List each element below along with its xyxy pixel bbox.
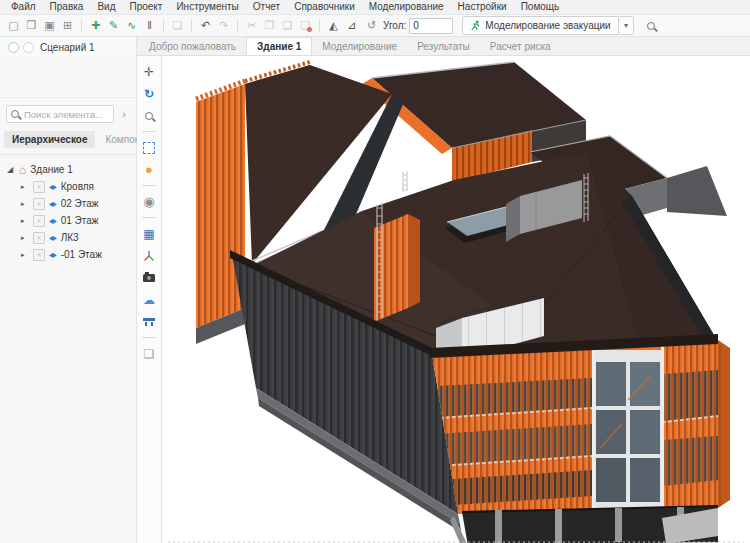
viewport-settings-icon[interactable]: ❏ <box>139 344 159 363</box>
menu-help[interactable]: Помощь <box>514 0 567 14</box>
tool-divider <box>142 337 156 338</box>
menu-project[interactable]: Проект <box>122 0 169 14</box>
visibility-checkbox[interactable]: ✕ <box>33 198 45 210</box>
scenario-status-icon[interactable] <box>8 42 19 53</box>
pan-icon[interactable]: ✛ <box>139 62 159 81</box>
tool-divider <box>142 131 156 132</box>
copy-icon[interactable]: ❐ <box>261 17 278 34</box>
zoom-icon[interactable] <box>139 106 159 125</box>
redo-icon[interactable]: ↷ <box>215 17 232 34</box>
scenario-label: Сценарий 1 <box>40 42 95 53</box>
menu-references[interactable]: Справочники <box>287 0 362 14</box>
scenario-row[interactable]: Сценарий 1 <box>0 37 136 57</box>
tree-item-floor-01[interactable]: ▸ ✕ ◆ 01 Этаж <box>0 212 136 229</box>
menu-report[interactable]: Отчет <box>246 0 287 14</box>
view-3d-icon[interactable]: ● <box>139 160 159 179</box>
run-button-label: Моделирование эвакуации <box>485 20 610 31</box>
search-input[interactable] <box>6 105 114 123</box>
floor-icon: ◆ <box>49 217 57 224</box>
menu-settings[interactable]: Настройки <box>451 0 514 14</box>
floor-icon: ◆ <box>49 183 57 190</box>
furniture-icon[interactable] <box>139 312 159 331</box>
tab-risk-calc[interactable]: Расчет риска <box>480 38 561 55</box>
run-options-caret[interactable]: ▾ <box>620 16 634 35</box>
smoke-layer-icon[interactable]: ☁ <box>139 290 159 309</box>
menu-edit[interactable]: Правка <box>43 0 91 14</box>
floor-icon: ◆ <box>49 251 57 258</box>
undo-icon[interactable]: ↶ <box>197 17 214 34</box>
sidebar-spacer <box>0 57 136 98</box>
expand-arrow-icon[interactable]: ▸ <box>21 200 29 208</box>
tree-root-building[interactable]: ◢ ⌂ Здание 1 <box>0 161 136 178</box>
angle-control: ↺ Угол: <box>363 17 453 34</box>
tab-welcome[interactable]: Добро пожаловать <box>139 38 246 55</box>
model-front-facade <box>430 334 730 518</box>
shaded-view-icon[interactable]: ◉ <box>139 192 159 211</box>
visibility-checkbox[interactable]: ✕ <box>33 215 45 227</box>
camera-icon[interactable] <box>139 268 159 287</box>
application-window: { "menu": {"items": ["Файл","Правка","Ви… <box>0 0 750 543</box>
menu-file[interactable]: Файл <box>4 0 43 14</box>
expand-arrow-icon[interactable]: ◢ <box>7 165 15 174</box>
tree-item-lk3[interactable]: ▸ ✕ ◆ ЛК3 <box>0 229 136 246</box>
measure-icon[interactable]: ‖ <box>141 17 158 34</box>
axes-icon[interactable] <box>139 246 159 265</box>
expand-arrow-icon[interactable]: ▸ <box>21 217 29 225</box>
save-icon[interactable]: ▣ <box>41 17 58 34</box>
cut-icon[interactable]: ✂ <box>243 17 260 34</box>
expand-arrow-icon[interactable]: ▸ <box>21 251 29 259</box>
toolbar-divider <box>81 19 82 32</box>
mirror-icon[interactable]: ◭ <box>325 17 342 34</box>
tab-hierarchical[interactable]: Иерархическое <box>4 131 95 148</box>
grid-icon[interactable]: ▦ <box>139 224 159 243</box>
add-building-icon[interactable]: ✚ <box>87 17 104 34</box>
fit-view-icon[interactable] <box>139 138 159 157</box>
document-tabs: Добро пожаловать Здание 1 Моделирование … <box>137 37 750 56</box>
main-toolbar: ▢ ❒ ▣ ⊞ ✚ ✎ ∿ ‖ ❏ ↶ ↷ ✂ ❐ ❏ ❑ ◭ ⊿ ↺ Угол… <box>0 15 750 37</box>
inspect-icon[interactable] <box>643 17 660 34</box>
model-ground-floor <box>450 506 718 543</box>
scenario-visibility-icon[interactable] <box>23 42 34 53</box>
scenario-sidebar: Сценарий 1 › Иерархическое Компонентное … <box>0 37 137 543</box>
tab-simulation[interactable]: Моделирование <box>312 38 407 55</box>
toolbar-divider <box>163 19 164 32</box>
menu-view[interactable]: Вид <box>90 0 122 14</box>
menu-bar: Файл Правка Вид Проект Инструменты Отчет… <box>0 0 750 15</box>
angle-icon[interactable]: ↺ <box>363 17 380 34</box>
visibility-checkbox[interactable]: ✕ <box>33 232 45 244</box>
search-icon <box>11 110 19 118</box>
3d-viewport[interactable] <box>162 56 750 543</box>
visibility-checkbox[interactable]: ✕ <box>33 249 45 261</box>
run-evacuation-button[interactable]: Моделирование эвакуации <box>462 16 618 35</box>
open-project-icon[interactable]: ❒ <box>23 17 40 34</box>
expand-arrow-icon[interactable]: ▸ <box>21 183 29 191</box>
tab-building-1[interactable]: Здание 1 <box>246 37 312 55</box>
paste-special-icon[interactable]: ❏ <box>169 17 186 34</box>
tab-results[interactable]: Результаты <box>407 38 480 55</box>
tree-item-floor-minus-01[interactable]: ▸ ✕ ◆ -01 Этаж <box>0 246 136 263</box>
angle-input[interactable] <box>409 18 453 34</box>
paste-icon[interactable]: ❏ <box>279 17 296 34</box>
edit-building-icon[interactable]: ✎ <box>105 17 122 34</box>
delete-icon[interactable]: ❑ <box>297 17 314 34</box>
tree-item-floor-02[interactable]: ▸ ✕ ◆ 02 Этаж <box>0 195 136 212</box>
search-expand-button[interactable]: › <box>118 108 130 120</box>
tree-item-roof[interactable]: ▸ ✕ ◆ Кровля <box>0 178 136 195</box>
building-icon: ⌂ <box>19 165 26 175</box>
menu-simulation[interactable]: Моделирование <box>362 0 451 14</box>
viewport-tool-column: ✛ ↻ ● ◉ ▦ ☁ ❏ <box>137 56 162 543</box>
rotate-plane-icon[interactable]: ⊿ <box>343 17 360 34</box>
save-all-icon[interactable]: ⊞ <box>59 17 76 34</box>
menu-tools[interactable]: Инструменты <box>169 0 245 14</box>
angle-label: Угол: <box>383 20 406 31</box>
visibility-checkbox[interactable]: ✕ <box>33 181 45 193</box>
building-3d-model[interactable] <box>162 56 750 543</box>
orbit-icon[interactable]: ↻ <box>139 84 159 103</box>
floor-icon: ◆ <box>49 200 57 207</box>
expand-arrow-icon[interactable]: ▸ <box>21 234 29 242</box>
tree-view-tabs: Иерархическое Компонентное <box>0 129 136 155</box>
toolbar-divider <box>191 19 192 32</box>
duplicate-icon[interactable]: ∿ <box>123 17 140 34</box>
toolbar-divider <box>237 19 238 32</box>
new-file-icon[interactable]: ▢ <box>5 17 22 34</box>
